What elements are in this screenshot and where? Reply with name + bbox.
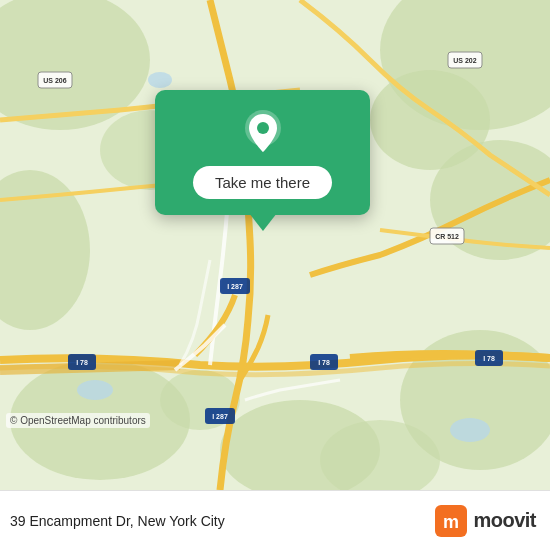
svg-point-13 bbox=[148, 72, 172, 88]
osm-credit: © OpenStreetMap contributors bbox=[6, 413, 150, 428]
svg-text:I 287: I 287 bbox=[212, 413, 228, 420]
svg-point-8 bbox=[370, 70, 490, 170]
svg-point-14 bbox=[77, 380, 113, 400]
moovit-logo: m moovit bbox=[435, 505, 536, 537]
svg-text:US 206: US 206 bbox=[43, 77, 66, 84]
moovit-wordmark: moovit bbox=[473, 509, 536, 532]
svg-text:CR 512: CR 512 bbox=[435, 233, 459, 240]
svg-text:I 78: I 78 bbox=[318, 359, 330, 366]
svg-text:I 78: I 78 bbox=[76, 359, 88, 366]
popup-card: Take me there bbox=[155, 90, 370, 215]
moovit-icon: m bbox=[435, 505, 467, 537]
address-label: 39 Encampment Dr, New York City bbox=[10, 513, 225, 529]
bottom-bar: 39 Encampment Dr, New York City m moovit bbox=[0, 490, 550, 550]
svg-text:US 202: US 202 bbox=[453, 57, 476, 64]
take-me-there-button[interactable]: Take me there bbox=[193, 166, 332, 199]
svg-text:m: m bbox=[443, 512, 459, 532]
location-pin-icon bbox=[239, 108, 287, 156]
map-container: I 78 I 78 I 78 I 287 I 287 US 206 US 202… bbox=[0, 0, 550, 490]
svg-point-36 bbox=[257, 122, 269, 134]
svg-text:I 78: I 78 bbox=[483, 355, 495, 362]
svg-text:I 287: I 287 bbox=[227, 283, 243, 290]
svg-point-15 bbox=[450, 418, 490, 442]
